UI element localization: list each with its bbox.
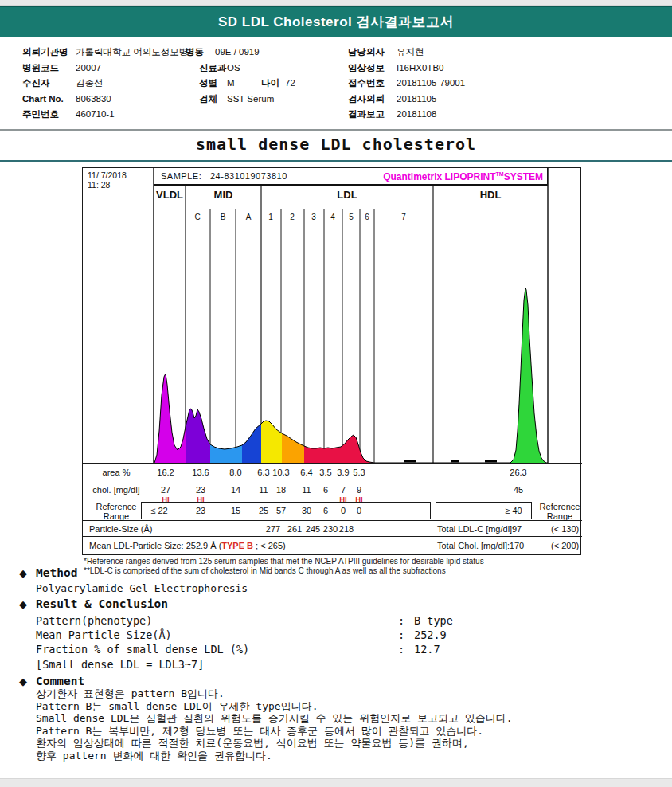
result-value: B type [414,614,453,627]
densitometry-curve [83,168,582,556]
chol-value: 45 [514,485,523,495]
info-value: 460710-1 [76,108,115,120]
reference-value: 6 [323,506,328,515]
reference-value: 30 [302,506,311,515]
reference-value: 15 [231,506,240,515]
method-heading: Method [36,566,77,579]
info-value: M [227,76,235,89]
info-label: 수진자 [22,76,50,89]
info-value: I16HX0TB0 [397,61,443,74]
page-title: SD LDL Cholesterol 검사결과보고서 [218,13,454,31]
section-divider [0,129,672,131]
result-row: Fraction % of small dense LDL (%):12.7 [36,643,593,656]
particle-size-value: 261 [287,524,302,534]
info-value: 김종선 [76,76,104,89]
chol-value: 23 [196,485,205,495]
reference-range-label-right: Range [547,511,572,521]
chol-row-label: chol. [mg/dl] [92,485,139,495]
result-row: Mean Particle Size(Å):252.9 [36,628,593,641]
report-page: SD LDL Cholesterol 검사결과보고서 의뢰기관명가톨릭대학교 여… [0,0,672,787]
result-label: Pattern(phenotype) [36,614,398,627]
info-label: 의뢰기관명 [22,45,68,58]
reference-value: ≤ 22 [150,506,167,515]
chol-value: 14 [231,485,240,495]
info-value: SST Serum [227,92,274,105]
comment-line: 상기환자 표현형은 pattern B입니다. [36,687,513,700]
info-value: 20181105-79001 [397,76,465,89]
reference-range-label-right: Reference [540,502,580,511]
particle-size-value: 218 [339,524,354,534]
table-rule [83,536,582,537]
info-value: 유지현 [397,45,424,58]
info-label: 결과보고 [348,108,385,120]
result-separator: : [398,643,414,656]
result-label: [Small dense LDL = LDL3~7] [36,658,398,671]
area-percent-value: 3.9 [337,468,349,477]
total-chol-label: Total Chol. [mg/dl]: [437,541,510,550]
title-rule [0,160,672,162]
comment-line: Pattern B는 복부비만, 제2형 당뇨병 또는 대사 증후군 등에서 많… [36,725,513,738]
info-label: 검체 [199,92,217,105]
area-percent-value: 10.3 [272,468,289,477]
table-rule [83,520,582,521]
area-percent-value: 3.5 [319,468,331,477]
chol-value: 7 [341,485,346,495]
result-label: Fraction % of small dense LDL (%) [36,643,398,656]
info-value: 20007 [76,61,101,74]
info-label: 병동 [186,45,204,58]
area-row-label: area % [103,468,131,477]
result-value: 12.7 [414,643,440,656]
info-value: 20181105 [397,92,436,105]
comment-heading: Comment [36,675,84,687]
total-chol-ref: (< 200) [551,541,579,550]
chol-value: 6 [323,485,328,495]
total-ldl-value: 97 [512,524,522,534]
patient-info: 의뢰기관명가톨릭대학교 여의도성모병병동09E / 0919담당의사유지현병원코… [0,45,672,125]
table-rule [83,463,582,464]
reference-value: 57 [276,506,286,515]
info-label: 검사의뢰 [348,92,385,105]
result-row: [Small dense LDL = LDL3~7] [36,658,593,671]
reference-value: 0 [357,506,361,515]
report-header: SD LDL Cholesterol 검사결과보고서 [0,6,672,37]
info-value: 72 [285,76,295,89]
chol-value: 9 [357,485,361,495]
diamond-bullet: ◆ [19,598,27,610]
particle-size-value: 230 [323,524,338,534]
lipoprint-chart: 11/ 7/2018 11: 28 SAMPLE: 24-83101907381… [82,167,581,555]
info-label: 나이 [261,76,279,89]
reference-value: 0 [341,506,346,515]
area-percent-value: 6.4 [300,468,312,477]
comment-line: Pattern B는 small dense LDL이 우세한 type입니다. [36,700,513,713]
info-label: 담당의사 [348,45,385,58]
result-label: Mean Particle Size(Å) [36,628,398,641]
comment-body: 상기환자 표현형은 pattern B입니다.Pattern B는 small … [36,687,513,762]
reference-value: 25 [259,506,268,515]
comment-line: 향후 pattern 변화에 대한 확인을 권유합니다. [36,750,513,762]
chol-value: 18 [276,485,286,495]
bottom-strip [0,778,672,787]
method-body: Polyacrylamide Gel Electrophoresis [36,582,248,594]
reference-range-label: Range [104,511,129,521]
report-subtitle: small dense LDL cholesterol [0,135,672,154]
area-percent-value: 13.6 [192,468,209,477]
comment-line: Small dense LDL은 심혈관 질환의 위험도를 증가시킬 수 있는 … [36,712,513,725]
info-value: 20181108 [397,108,436,120]
info-label: 접수번호 [348,76,385,89]
footnote-2: **LDL-C is comprised of the sum of chole… [84,566,484,576]
particle-size-value: 277 [266,524,280,534]
info-label: 성별 [199,76,217,89]
result-separator: : [398,628,414,641]
area-percent-value: 26.3 [510,468,526,477]
info-value: OS [227,61,240,74]
info-label: Chart No. [22,92,64,105]
info-value: 가톨릭대학교 여의도성모병 [76,45,188,58]
info-label: 임상정보 [348,61,385,74]
reference-value-hdl: ≥ 40 [505,506,522,515]
footnote-1: *Reference ranges derived from 125 serum… [84,557,484,566]
info-label: 진료과 [199,61,227,74]
diamond-bullet: ◆ [19,675,27,687]
diamond-bullet: ◆ [19,567,27,579]
chol-value: 11 [259,485,268,495]
top-strip [0,0,672,6]
